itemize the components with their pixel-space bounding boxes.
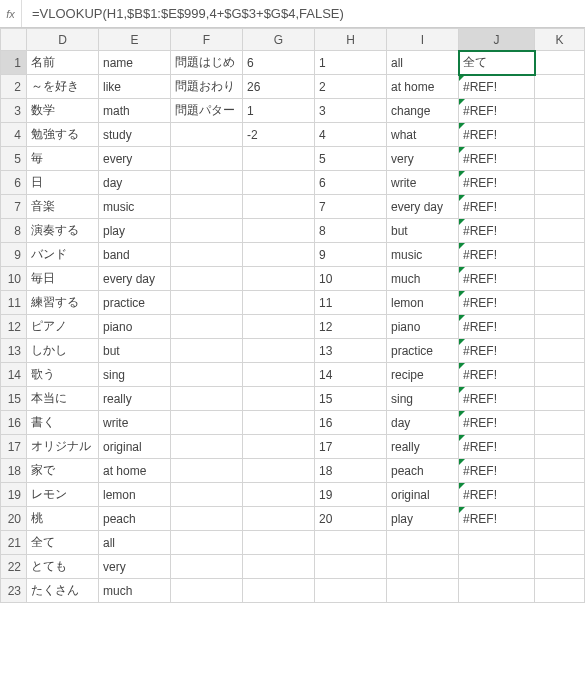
cell-I15[interactable]: sing bbox=[387, 387, 459, 411]
cell-K22[interactable] bbox=[535, 555, 585, 579]
cell-F4[interactable] bbox=[171, 123, 243, 147]
cell-H7[interactable]: 7 bbox=[315, 195, 387, 219]
cell-H13[interactable]: 13 bbox=[315, 339, 387, 363]
cell-K13[interactable] bbox=[535, 339, 585, 363]
cell-D4[interactable]: 勉強する bbox=[27, 123, 99, 147]
cell-I13[interactable]: practice bbox=[387, 339, 459, 363]
row-header[interactable]: 3 bbox=[1, 99, 27, 123]
cell-I23[interactable] bbox=[387, 579, 459, 603]
cell-D10[interactable]: 毎日 bbox=[27, 267, 99, 291]
cell-F1[interactable]: 問題はじめ bbox=[171, 51, 243, 75]
cell-J15[interactable]: #REF! bbox=[459, 387, 535, 411]
cell-K8[interactable] bbox=[535, 219, 585, 243]
row-header[interactable]: 17 bbox=[1, 435, 27, 459]
col-header-E[interactable]: E bbox=[99, 29, 171, 51]
cell-J18[interactable]: #REF! bbox=[459, 459, 535, 483]
cell-D17[interactable]: オリジナル bbox=[27, 435, 99, 459]
cell-K1[interactable] bbox=[535, 51, 585, 75]
cell-E2[interactable]: like bbox=[99, 75, 171, 99]
cell-G21[interactable] bbox=[243, 531, 315, 555]
cell-G20[interactable] bbox=[243, 507, 315, 531]
cell-G8[interactable] bbox=[243, 219, 315, 243]
cell-D15[interactable]: 本当に bbox=[27, 387, 99, 411]
cell-K16[interactable] bbox=[535, 411, 585, 435]
cell-J6[interactable]: #REF! bbox=[459, 171, 535, 195]
cell-G6[interactable] bbox=[243, 171, 315, 195]
cell-J11[interactable]: #REF! bbox=[459, 291, 535, 315]
cell-G1[interactable]: 6 bbox=[243, 51, 315, 75]
cell-F9[interactable] bbox=[171, 243, 243, 267]
cell-E21[interactable]: all bbox=[99, 531, 171, 555]
cell-I7[interactable]: every day bbox=[387, 195, 459, 219]
cell-E16[interactable]: write bbox=[99, 411, 171, 435]
cell-K23[interactable] bbox=[535, 579, 585, 603]
fx-icon[interactable]: fx bbox=[0, 0, 22, 27]
col-header-K[interactable]: K bbox=[535, 29, 585, 51]
cell-H22[interactable] bbox=[315, 555, 387, 579]
cell-I1[interactable]: all bbox=[387, 51, 459, 75]
cell-D20[interactable]: 桃 bbox=[27, 507, 99, 531]
cell-F8[interactable] bbox=[171, 219, 243, 243]
cell-F14[interactable] bbox=[171, 363, 243, 387]
cell-D2[interactable]: ～を好き bbox=[27, 75, 99, 99]
cell-G14[interactable] bbox=[243, 363, 315, 387]
col-header-H[interactable]: H bbox=[315, 29, 387, 51]
row-header[interactable]: 9 bbox=[1, 243, 27, 267]
cell-G16[interactable] bbox=[243, 411, 315, 435]
cell-K10[interactable] bbox=[535, 267, 585, 291]
cell-D21[interactable]: 全て bbox=[27, 531, 99, 555]
cell-J21[interactable] bbox=[459, 531, 535, 555]
formula-input[interactable] bbox=[22, 0, 585, 27]
cell-I22[interactable] bbox=[387, 555, 459, 579]
row-header[interactable]: 13 bbox=[1, 339, 27, 363]
cell-K3[interactable] bbox=[535, 99, 585, 123]
cell-H10[interactable]: 10 bbox=[315, 267, 387, 291]
cell-F18[interactable] bbox=[171, 459, 243, 483]
cell-K17[interactable] bbox=[535, 435, 585, 459]
row-header[interactable]: 23 bbox=[1, 579, 27, 603]
cell-E10[interactable]: every day bbox=[99, 267, 171, 291]
cell-F5[interactable] bbox=[171, 147, 243, 171]
cell-E9[interactable]: band bbox=[99, 243, 171, 267]
row-header[interactable]: 5 bbox=[1, 147, 27, 171]
cell-F7[interactable] bbox=[171, 195, 243, 219]
cell-E12[interactable]: piano bbox=[99, 315, 171, 339]
cell-K4[interactable] bbox=[535, 123, 585, 147]
cell-I3[interactable]: change bbox=[387, 99, 459, 123]
cell-D22[interactable]: とても bbox=[27, 555, 99, 579]
cell-G4[interactable]: -2 bbox=[243, 123, 315, 147]
row-header[interactable]: 10 bbox=[1, 267, 27, 291]
cell-G13[interactable] bbox=[243, 339, 315, 363]
cell-F2[interactable]: 問題おわり bbox=[171, 75, 243, 99]
cell-H11[interactable]: 11 bbox=[315, 291, 387, 315]
cell-G2[interactable]: 26 bbox=[243, 75, 315, 99]
cell-G10[interactable] bbox=[243, 267, 315, 291]
cell-G12[interactable] bbox=[243, 315, 315, 339]
cell-E14[interactable]: sing bbox=[99, 363, 171, 387]
cell-I11[interactable]: lemon bbox=[387, 291, 459, 315]
cell-F10[interactable] bbox=[171, 267, 243, 291]
cell-D1[interactable]: 名前 bbox=[27, 51, 99, 75]
cell-K12[interactable] bbox=[535, 315, 585, 339]
cell-I4[interactable]: what bbox=[387, 123, 459, 147]
cell-G7[interactable] bbox=[243, 195, 315, 219]
spreadsheet-grid[interactable]: D E F G H I J K 1名前name問題はじめ61all全て2～を好き… bbox=[0, 28, 585, 603]
cell-G3[interactable]: 1 bbox=[243, 99, 315, 123]
cell-H19[interactable]: 19 bbox=[315, 483, 387, 507]
row-header[interactable]: 1 bbox=[1, 51, 27, 75]
row-header[interactable]: 18 bbox=[1, 459, 27, 483]
cell-J20[interactable]: #REF! bbox=[459, 507, 535, 531]
cell-D7[interactable]: 音楽 bbox=[27, 195, 99, 219]
cell-F16[interactable] bbox=[171, 411, 243, 435]
cell-D18[interactable]: 家で bbox=[27, 459, 99, 483]
cell-J7[interactable]: #REF! bbox=[459, 195, 535, 219]
col-header-F[interactable]: F bbox=[171, 29, 243, 51]
cell-J8[interactable]: #REF! bbox=[459, 219, 535, 243]
row-header[interactable]: 4 bbox=[1, 123, 27, 147]
cell-I17[interactable]: really bbox=[387, 435, 459, 459]
cell-H9[interactable]: 9 bbox=[315, 243, 387, 267]
cell-K7[interactable] bbox=[535, 195, 585, 219]
cell-K6[interactable] bbox=[535, 171, 585, 195]
cell-E8[interactable]: play bbox=[99, 219, 171, 243]
cell-E23[interactable]: much bbox=[99, 579, 171, 603]
